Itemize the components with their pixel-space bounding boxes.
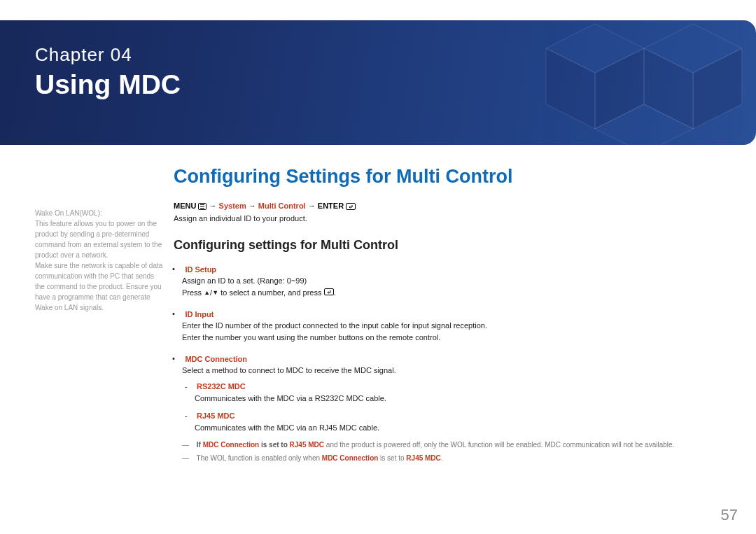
- subsection-title: Configuring settings for Multi Control: [174, 238, 735, 253]
- enter-remote-icon: [346, 203, 356, 210]
- list-item: ID Setup Assign an ID to a set. (Range: …: [182, 262, 735, 299]
- item-title-id-setup: ID Setup: [185, 265, 216, 274]
- up-arrow-icon: ▲: [204, 288, 210, 298]
- content-area: Wake On LAN(WOL): This feature allows yo…: [0, 145, 756, 472]
- item-title-id-input: ID Input: [185, 310, 214, 318]
- rs232c-body: Communicates with the MDC via a RS232C M…: [195, 393, 735, 405]
- list-item: MDC Connection Select a method to connec…: [182, 352, 735, 463]
- menu-path-menu: MENU: [174, 202, 196, 210]
- list-item: The WOL function is enabled only when MD…: [195, 453, 735, 463]
- rj45-body: Communicates with the MDC via an RJ45 MD…: [195, 422, 735, 434]
- id-input-line-1: Enter the ID number of the product conne…: [182, 320, 735, 332]
- enter-remote-icon: [324, 288, 334, 297]
- section-title: Configuring Settings for Multi Control: [174, 166, 735, 188]
- item-title-mdc-connection: MDC Connection: [185, 355, 247, 363]
- menu-path-enter: ENTER: [318, 202, 344, 210]
- down-arrow-icon: ▼: [212, 288, 218, 298]
- id-setup-press-line: Press ▲/▼ to select a number, and press …: [182, 287, 735, 299]
- cubes-pattern-icon: [518, 20, 756, 145]
- sub-title-rs232c: RS232C MDC: [197, 382, 246, 391]
- wol-paragraph-2: Make sure the network is capable of data…: [35, 260, 164, 313]
- wol-heading: Wake On LAN(WOL):: [35, 208, 164, 218]
- menu-path-system: System: [219, 202, 246, 210]
- list-item: RJ45 MDC Communicates with the MDC via a…: [195, 410, 735, 434]
- list-item: RS232C MDC Communicates with the MDC via…: [195, 381, 735, 405]
- main-column: Configuring Settings for Multi Control M…: [174, 166, 735, 472]
- chapter-banner: Chapter 04 Using MDC: [0, 20, 756, 145]
- assign-id-note: Assign an individual ID to your product.: [174, 214, 735, 223]
- svg-rect-4: [346, 204, 356, 210]
- mdc-sublist: RS232C MDC Communicates with the MDC via…: [182, 381, 735, 434]
- arrow-3: →: [308, 202, 318, 210]
- menu-path: MENU → System → Multi Control → ENTER: [174, 202, 735, 210]
- mdc-connection-desc: Select a method to connect to MDC to rec…: [182, 365, 735, 377]
- list-item: ID Input Enter the ID number of the prod…: [182, 307, 735, 344]
- wol-paragraph-1: This feature allows you to power on the …: [35, 218, 164, 260]
- settings-list: ID Setup Assign an ID to a set. (Range: …: [174, 262, 735, 463]
- mdc-notes: If MDC Connection is set to RJ45 MDC and…: [182, 440, 735, 463]
- menu-remote-icon: [198, 203, 206, 210]
- chapter-number-label: Chapter 04: [35, 44, 132, 66]
- page-number: 57: [721, 506, 738, 524]
- arrow-1: →: [209, 202, 219, 210]
- arrow-2: →: [248, 202, 258, 210]
- list-item: If MDC Connection is set to RJ45 MDC and…: [195, 440, 735, 450]
- id-input-line-2: Enter the number you want using the numb…: [182, 332, 735, 344]
- id-setup-range: Assign an ID to a set. (Range: 0~99): [182, 275, 735, 287]
- svg-rect-5: [324, 289, 333, 295]
- chapter-title: Using MDC: [35, 69, 181, 100]
- side-note: Wake On LAN(WOL): This feature allows yo…: [35, 166, 174, 472]
- menu-path-multicontrol: Multi Control: [258, 202, 306, 210]
- sub-title-rj45: RJ45 MDC: [197, 412, 234, 420]
